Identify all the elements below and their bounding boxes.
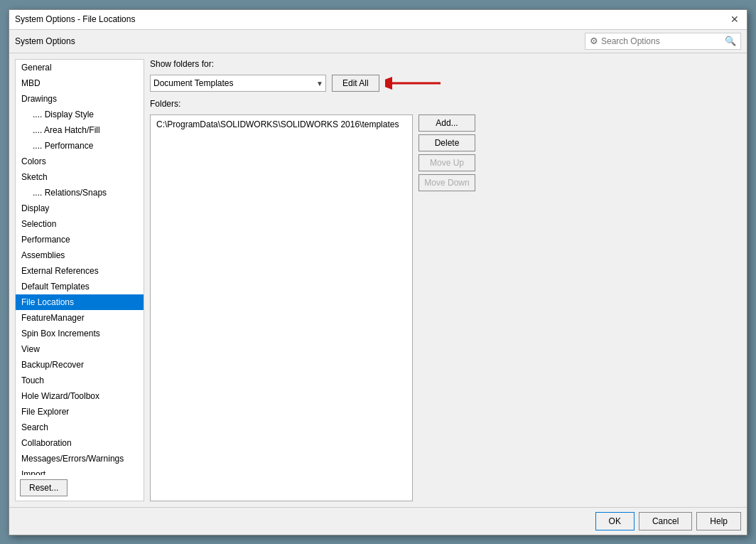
sidebar-item-assemblies[interactable]: Assemblies: [16, 247, 144, 263]
sidebar-item-default-templates[interactable]: Default Templates: [16, 279, 144, 294]
sidebar: GeneralMBDDrawings.... Display Style....…: [15, 59, 144, 501]
dropdown-wrapper: Document TemplatesSheet FormatsCustom Pr…: [150, 75, 326, 92]
move-up-button[interactable]: Move Up: [418, 154, 475, 171]
sidebar-item-file-locations[interactable]: File Locations: [16, 294, 144, 310]
sidebar-item-backup-recover[interactable]: Backup/Recover: [16, 357, 144, 373]
sidebar-item-messages-errors-warnings[interactable]: Messages/Errors/Warnings: [16, 451, 144, 466]
sidebar-item-view[interactable]: View: [16, 341, 144, 357]
sidebar-item-feature-manager[interactable]: FeatureManager: [16, 310, 144, 326]
folders-buttons: Add... Delete Move Up Move Down: [418, 114, 475, 501]
sidebar-item-spin-box-increments[interactable]: Spin Box Increments: [16, 326, 144, 341]
dialog: System Options - File Locations ✕ System…: [9, 9, 747, 535]
sidebar-item-perf-drawings[interactable]: .... Performance: [16, 138, 144, 154]
sidebar-item-import[interactable]: Import: [16, 466, 144, 475]
main-content: GeneralMBDDrawings.... Display Style....…: [9, 53, 747, 507]
show-folders-label: Show folders for:: [150, 59, 214, 69]
sidebar-item-search[interactable]: Search: [16, 420, 144, 435]
show-folders-row: Show folders for:: [150, 59, 741, 69]
sidebar-item-collaboration[interactable]: Collaboration: [16, 435, 144, 451]
sidebar-item-mbd[interactable]: MBD: [16, 75, 144, 91]
title-bar: System Options - File Locations ✕: [9, 10, 747, 30]
red-arrow-icon: [385, 76, 442, 90]
search-input[interactable]: [601, 36, 725, 46]
sidebar-item-display-style[interactable]: .... Display Style: [16, 107, 144, 122]
sidebar-item-hole-wizard-toolbox[interactable]: Hole Wizard/Toolbox: [16, 388, 144, 404]
menu-bar-label: System Options: [15, 36, 75, 46]
show-folders-dropdown[interactable]: Document TemplatesSheet FormatsCustom Pr…: [150, 75, 326, 92]
sidebar-bottom: Reset...: [16, 475, 144, 501]
sidebar-item-file-explorer[interactable]: File Explorer: [16, 404, 144, 420]
sidebar-item-general[interactable]: General: [16, 60, 144, 75]
bottom-bar: OK Cancel Help: [9, 507, 747, 535]
sidebar-item-drawings[interactable]: Drawings: [16, 91, 144, 107]
sidebar-item-external-references[interactable]: External References: [16, 263, 144, 279]
cancel-button[interactable]: Cancel: [639, 512, 692, 530]
sidebar-item-area-hatch-fill[interactable]: .... Area Hatch/Fill: [16, 122, 144, 138]
search-icon: 🔍: [725, 36, 736, 46]
sidebar-item-touch[interactable]: Touch: [16, 373, 144, 388]
folders-list: C:\ProgramData\SOLIDWORKS\SOLIDWORKS 201…: [150, 114, 413, 501]
sidebar-item-relations-snaps[interactable]: .... Relations/Snaps: [16, 185, 144, 201]
help-button[interactable]: Help: [696, 512, 741, 530]
arrow-annotation: [385, 76, 442, 90]
sidebar-item-performance[interactable]: Performance: [16, 232, 144, 247]
window-title: System Options - File Locations: [15, 14, 135, 24]
folders-list-item[interactable]: C:\ProgramData\SOLIDWORKS\SOLIDWORKS 201…: [153, 118, 409, 131]
close-button[interactable]: ✕: [728, 13, 741, 26]
right-panel: Show folders for: Document TemplatesShee…: [150, 59, 741, 501]
folders-dropdown-row: Document TemplatesSheet FormatsCustom Pr…: [150, 75, 741, 92]
add-button[interactable]: Add...: [418, 114, 475, 132]
search-bar: ⚙ 🔍: [585, 33, 741, 50]
folders-area: C:\ProgramData\SOLIDWORKS\SOLIDWORKS 201…: [150, 114, 741, 501]
edit-all-button[interactable]: Edit All: [332, 75, 379, 92]
menu-bar: System Options ⚙ 🔍: [9, 30, 747, 53]
sidebar-item-selection[interactable]: Selection: [16, 216, 144, 232]
sidebar-list: GeneralMBDDrawings.... Display Style....…: [16, 60, 144, 475]
gear-icon: ⚙: [590, 36, 598, 46]
sidebar-item-colors[interactable]: Colors: [16, 154, 144, 169]
sidebar-item-display[interactable]: Display: [16, 201, 144, 216]
delete-button[interactable]: Delete: [418, 134, 475, 151]
ok-button[interactable]: OK: [595, 512, 634, 530]
reset-button[interactable]: Reset...: [20, 479, 68, 496]
move-down-button[interactable]: Move Down: [418, 174, 475, 191]
sidebar-item-sketch[interactable]: Sketch: [16, 169, 144, 185]
folders-label: Folders:: [150, 99, 741, 109]
